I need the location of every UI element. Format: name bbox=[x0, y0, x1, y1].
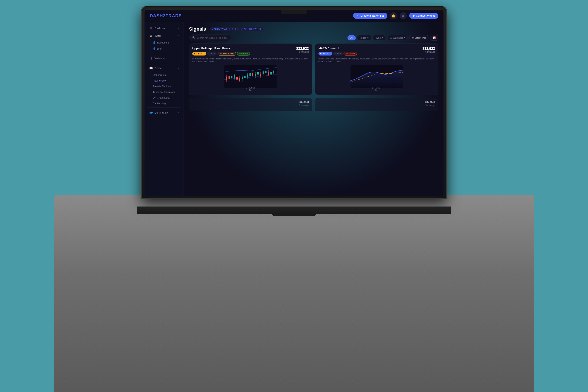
dashboard-icon: ⊞ bbox=[149, 27, 153, 30]
signal-card-1[interactable]: $32,923 5 min ago Upper Bollinger Band B… bbox=[189, 44, 312, 95]
svg-rect-15 bbox=[239, 78, 240, 81]
laptop: DASH2TRADE 👁 Create a Watch list 🔔 ✉ ◈ bbox=[141, 6, 447, 208]
watchlist-chevron: ▾ bbox=[403, 36, 405, 39]
signal-card-3-partial[interactable]: $32,923 5 min ago level of 128mm (down 1… bbox=[189, 98, 312, 111]
svg-rect-29 bbox=[257, 72, 259, 74]
signal-chart-1: BTCUSDT 5m bbox=[192, 65, 309, 92]
bell-icon: 🔔 bbox=[392, 14, 395, 18]
mail-icon: ✉ bbox=[402, 14, 404, 18]
svg-rect-21 bbox=[247, 74, 248, 77]
sidebar-item-backtesting[interactable]: 👤 Backtesting bbox=[145, 40, 184, 46]
signal-card-2[interactable]: $32,923 5 min ago MACD Cross Up ETH/USDT… bbox=[315, 44, 438, 95]
signal-time-2: 5 min ago bbox=[425, 51, 435, 53]
connect-wallet-button[interactable]: ◈ Connect Wallet bbox=[409, 13, 438, 19]
tag-daily-1: DAILY bbox=[207, 52, 217, 56]
concrete-block bbox=[54, 195, 534, 392]
filter-all[interactable]: All bbox=[348, 35, 356, 40]
sidebar-watchlist-label: Watchlist bbox=[155, 57, 165, 60]
sidebar-item-dashboard[interactable]: ⊞ Dashboard › bbox=[146, 25, 182, 32]
sidebar-tools-label: Tools bbox=[155, 34, 161, 37]
connect-wallet-label: Connect Wallet bbox=[416, 14, 435, 17]
guide-icon: 📖 bbox=[149, 67, 153, 70]
sidebar-item-tools[interactable]: ⚙ Tools › bbox=[146, 32, 182, 39]
sidebar-divider-3 bbox=[147, 108, 181, 108]
svg-rect-23 bbox=[249, 73, 251, 76]
logo: DASH2TRADE bbox=[150, 13, 182, 18]
watchlist-icon: ◎ bbox=[149, 56, 153, 60]
sidebar-item-presale-markets[interactable]: Presale Markets bbox=[145, 84, 184, 89]
guide-chevron: › bbox=[178, 67, 179, 70]
signal-desc-2: BNB daily trading volume reached unusual… bbox=[318, 57, 435, 63]
tag-high-volume: HIGH VOLUME bbox=[218, 52, 236, 56]
dashboard-chevron: › bbox=[178, 27, 179, 30]
signal-tags-2: ETH/USDT DAILY BEARISH bbox=[318, 52, 435, 56]
tools-chevron: › bbox=[178, 34, 179, 37]
screen-bezel: DASH2TRADE 👁 Create a Watch list 🔔 ✉ ◈ bbox=[145, 10, 443, 196]
user-icon-bots: 👤 bbox=[153, 48, 157, 50]
svg-rect-11 bbox=[234, 75, 235, 78]
sidebar-item-community[interactable]: 👥 Community › bbox=[146, 109, 182, 116]
topbar-right: 👁 Create a Watch list 🔔 ✉ ◈ Connect Wall… bbox=[353, 12, 438, 19]
sidebar-divider-1 bbox=[147, 53, 181, 53]
sidebar-item-watchlist[interactable]: ◎ Watchlist bbox=[146, 55, 182, 62]
header-left: Signals ✦ 189 NEW WEEKLY HIGH EVENTS THI… bbox=[189, 26, 263, 32]
type-chevron: ▾ bbox=[382, 36, 383, 39]
laptop-lid: DASH2TRADE 👁 Create a Watch list 🔔 ✉ ◈ bbox=[141, 6, 447, 199]
signal-title-1: Upper Bollinger Band Break bbox=[192, 47, 268, 50]
filter-type[interactable]: Type ▾ bbox=[373, 35, 386, 40]
signal-card-4-partial[interactable]: $32,923 5 min ago days when it bbox=[315, 98, 438, 111]
svg-rect-41 bbox=[273, 71, 274, 74]
sidebar-item-bots[interactable]: 👤 Bots bbox=[145, 46, 184, 52]
svg-rect-33 bbox=[263, 72, 264, 74]
eye-icon: 👁 bbox=[357, 14, 359, 17]
sidebar-community-label: Community bbox=[155, 111, 168, 114]
sidebar-item-how-to-short[interactable]: How to Short bbox=[145, 78, 184, 84]
sort-button[interactable]: ≡ Latest first bbox=[409, 35, 428, 40]
tag-bullish: BULLISH bbox=[237, 52, 250, 56]
signal-title-2: MACD Cross Up bbox=[318, 47, 394, 50]
candlestick-chart-1 bbox=[192, 65, 309, 88]
sidebar-item-onboarding[interactable]: Onboarding bbox=[145, 72, 184, 78]
tools-icon: ⚙ bbox=[149, 34, 153, 37]
wallet-icon: ◈ bbox=[413, 14, 415, 17]
filter-token[interactable]: Token ▾ bbox=[357, 35, 371, 40]
filter-section: 🔍 Search for events or tokens... All Tok bbox=[189, 34, 438, 41]
sidebar-item-guide[interactable]: 📖 Guide › bbox=[146, 65, 182, 72]
svg-rect-25 bbox=[252, 73, 253, 76]
app-body: ⊞ Dashboard › ⚙ Tools › 👤 bbox=[145, 22, 443, 196]
sidebar-item-backtesting-guide[interactable]: Backtesting bbox=[145, 100, 184, 106]
camera-notch bbox=[281, 10, 307, 14]
sidebar: ⊞ Dashboard › ⚙ Tools › 👤 bbox=[145, 22, 184, 196]
tag-btcusdt: BTC/USDT bbox=[192, 52, 206, 56]
sidebar-item-on-chain-data[interactable]: On-Chain Data bbox=[145, 95, 184, 100]
token-chevron: ▾ bbox=[367, 36, 369, 39]
filter-left: 🔍 Search for events or tokens... bbox=[189, 34, 231, 41]
sidebar-guide-label: Guide bbox=[155, 67, 162, 70]
signals-grid: $32,923 5 min ago Upper Bollinger Band B… bbox=[189, 44, 438, 95]
logo-text: DASH2TRADE bbox=[150, 13, 182, 18]
weekly-events-badge: ✦ 189 NEW WEEKLY HIGH EVENTS THIS WEEK bbox=[210, 27, 263, 31]
svg-rect-7 bbox=[228, 76, 230, 79]
line-chart-2 bbox=[318, 65, 435, 88]
calendar-button[interactable]: 📅 bbox=[430, 35, 438, 41]
mail-button[interactable]: ✉ bbox=[400, 12, 407, 19]
user-icon-backtesting: 👤 bbox=[153, 41, 157, 44]
watchlist-filter-icon: ◎ bbox=[390, 36, 392, 39]
sidebar-item-technical-indicators[interactable]: Technical Indicators bbox=[145, 89, 184, 95]
signal-price-2: $32,923 bbox=[422, 47, 435, 51]
tag-bearish: BEARISH bbox=[344, 52, 357, 56]
svg-rect-35 bbox=[265, 70, 266, 73]
filter-watchlist[interactable]: ◎ Watchlist ▾ bbox=[387, 35, 408, 40]
svg-rect-37 bbox=[268, 72, 269, 75]
create-watchlist-label: Create a Watch list bbox=[361, 14, 384, 17]
community-icon: 👥 bbox=[149, 111, 153, 114]
page-header: Signals ✦ 189 NEW WEEKLY HIGH EVENTS THI… bbox=[189, 26, 438, 32]
svg-rect-27 bbox=[255, 74, 256, 76]
filter-right: All Token ▾ Type ▾ bbox=[348, 35, 438, 41]
signal-tags-1: BTC/USDT DAILY HIGH VOLUME BULLISH bbox=[192, 52, 309, 56]
search-box: 🔍 Search for events or tokens... bbox=[189, 34, 231, 41]
notification-button[interactable]: 🔔 bbox=[390, 12, 397, 19]
laptop-hinge bbox=[272, 213, 316, 216]
sort-icon: ≡ bbox=[412, 36, 414, 39]
create-watchlist-button[interactable]: 👁 Create a Watch list bbox=[353, 13, 388, 19]
